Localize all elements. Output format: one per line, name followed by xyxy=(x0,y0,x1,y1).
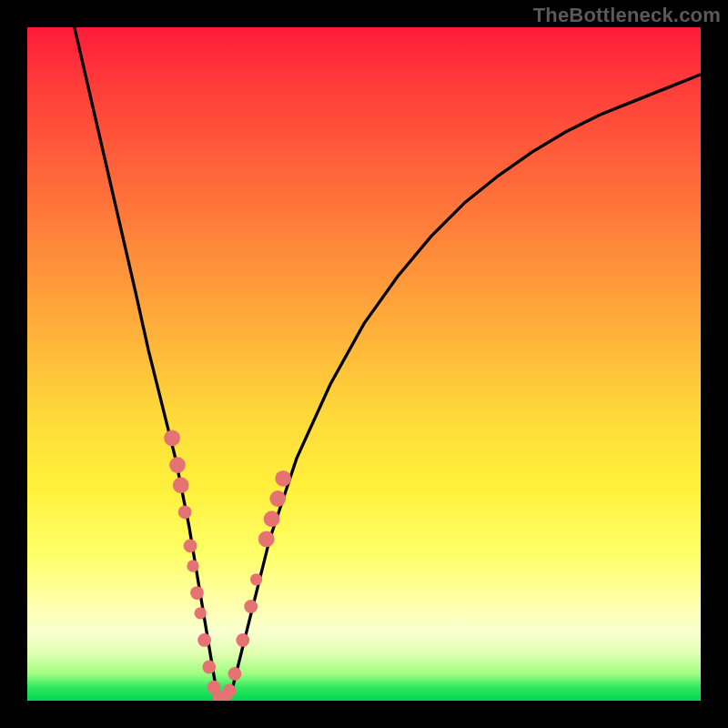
data-marker xyxy=(190,586,204,600)
data-marker xyxy=(236,633,249,647)
data-marker xyxy=(244,600,258,613)
data-marker xyxy=(264,511,280,527)
data-marker xyxy=(223,684,237,698)
bottleneck-curve xyxy=(75,27,701,701)
data-marker xyxy=(258,531,275,548)
data-marker xyxy=(169,457,186,473)
plot-area xyxy=(27,27,701,701)
data-marker xyxy=(202,661,216,674)
data-marker xyxy=(184,539,197,552)
watermark-text: TheBottleneck.com xyxy=(533,4,721,27)
data-marker xyxy=(275,470,291,487)
chart-svg xyxy=(27,27,701,701)
marker-group xyxy=(164,430,291,701)
data-marker xyxy=(195,607,207,619)
chart-frame: TheBottleneck.com xyxy=(0,0,728,728)
data-marker xyxy=(173,477,189,493)
data-marker xyxy=(269,490,286,507)
data-marker xyxy=(228,667,242,681)
data-marker xyxy=(178,505,192,519)
data-marker xyxy=(187,560,198,571)
data-marker xyxy=(250,573,262,585)
data-marker xyxy=(197,633,211,647)
data-marker xyxy=(164,430,180,447)
